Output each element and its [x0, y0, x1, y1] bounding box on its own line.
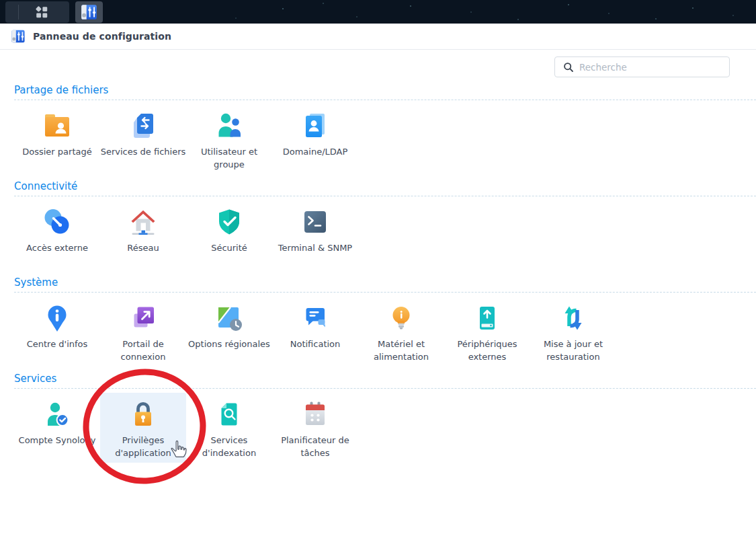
app-item-securite[interactable]: Sécurité [186, 200, 272, 258]
indexing-services-icon [213, 398, 245, 430]
main-menu-icon [34, 5, 49, 20]
item-label: Services d'indexation [186, 434, 272, 459]
taskbar [0, 0, 756, 24]
item-label: Centre d'infos [14, 338, 100, 350]
app-item-options-regionales[interactable]: Options régionales [186, 297, 272, 367]
app-item-planificateur-de-taches[interactable]: Planificateur de tâches [272, 393, 358, 463]
domain-ldap-icon [299, 110, 331, 142]
control-panel-icon [11, 29, 26, 44]
app-item-domaine-ldap[interactable]: Domaine/LDAP [272, 104, 358, 174]
item-label: Terminal & SNMP [272, 241, 358, 254]
section-connectivite: Connectivité Accès externe Réseau Sécuri… [0, 180, 756, 258]
app-item-acces-externe[interactable]: Accès externe [14, 200, 100, 258]
section-divider [14, 100, 756, 100]
control-panel-icon [80, 3, 98, 21]
item-label: Matériel et alimentation [358, 338, 444, 363]
network-icon [127, 206, 159, 238]
app-item-centre-d-infos[interactable]: Centre d'infos [14, 297, 100, 367]
section-services: Services Compte Synology Privilèges d'ap… [0, 373, 756, 463]
app-item-privileges-d-application[interactable]: Privilèges d'application [100, 393, 186, 463]
section-systeme: Système Centre d'infos Portail de connex… [0, 276, 756, 367]
item-label: Réseau [100, 241, 186, 254]
section-title: Services [14, 373, 756, 385]
section-partage-de-fichiers: Partage de fichiers Dossier partagé Serv… [0, 84, 756, 174]
item-label: Notification [272, 338, 358, 350]
info-center-icon [41, 302, 73, 334]
item-label: Services de fichiers [100, 145, 186, 158]
app-item-compte-synology[interactable]: Compte Synology [14, 393, 100, 463]
item-label: Périphériques externes [444, 338, 530, 363]
item-label: Sécurité [186, 241, 272, 254]
app-item-portail-de-connexion[interactable]: Portail de connexion [100, 297, 186, 367]
regional-options-icon [213, 302, 245, 334]
app-privileges-icon [127, 398, 159, 430]
notification-icon [299, 302, 331, 334]
update-restore-icon [557, 302, 589, 334]
login-portal-icon [127, 302, 159, 334]
item-label: Privilèges d'application [100, 434, 186, 459]
item-label: Accès externe [14, 241, 100, 254]
user-group-icon [213, 110, 245, 142]
section-title: Connectivité [14, 180, 756, 193]
app-item-services-de-fichiers[interactable]: Services de fichiers [100, 104, 186, 174]
task-scheduler-icon [299, 398, 331, 430]
window-header: Panneau de configuration [0, 24, 756, 50]
app-item-terminal-snmp[interactable]: Terminal & SNMP [272, 200, 358, 258]
items-row: Compte Synology Privilèges d'application… [14, 393, 756, 463]
item-label: Domaine/LDAP [272, 145, 358, 158]
app-item-materiel-et-alimentation[interactable]: Matériel et alimentation [358, 297, 444, 367]
items-row: Dossier partagé Services de fichiers Uti… [14, 104, 756, 174]
app-item-dossier-partage[interactable]: Dossier partagé [14, 104, 100, 174]
hardware-power-icon [385, 302, 417, 334]
items-row: Centre d'infos Portail de connexion Opti… [14, 297, 756, 367]
app-item-services-d-indexation[interactable]: Services d'indexation [186, 393, 272, 463]
taskbar-separator [18, 5, 19, 20]
app-item-utilisateur-et-groupe[interactable]: Utilisateur et groupe [186, 104, 272, 174]
items-row: Accès externe Réseau Sécurité Terminal &… [14, 200, 756, 258]
item-label: Options régionales [186, 338, 272, 350]
search-icon [563, 62, 574, 73]
shared-folder-icon [41, 110, 73, 142]
section-divider [14, 292, 756, 293]
app-item-notification[interactable]: Notification [272, 297, 358, 367]
external-devices-icon [471, 302, 503, 334]
external-access-icon [41, 206, 73, 238]
section-title: Partage de fichiers [14, 84, 756, 97]
starfield-decoration [0, 0, 756, 24]
item-label: Portail de connexion [100, 338, 186, 363]
synology-account-icon [41, 398, 73, 430]
security-icon [213, 206, 245, 238]
item-label: Compte Synology [14, 434, 100, 447]
terminal-snmp-icon [299, 206, 331, 238]
app-item-reseau[interactable]: Réseau [100, 200, 186, 258]
item-label: Dossier partagé [14, 145, 100, 158]
search-box[interactable] [554, 56, 730, 77]
search-input[interactable] [579, 62, 724, 73]
app-item-mise-a-jour-et-restauration[interactable]: Mise à jour et restauration [530, 297, 616, 367]
control-panel-taskbar-button[interactable] [75, 1, 103, 23]
main-menu-button[interactable] [5, 1, 69, 23]
window-title: Panneau de configuration [33, 31, 171, 42]
file-services-icon [127, 110, 159, 142]
app-item-peripheriques-externes[interactable]: Périphériques externes [444, 297, 530, 367]
section-divider [14, 196, 756, 196]
item-label: Mise à jour et restauration [530, 338, 616, 363]
section-divider [14, 388, 756, 389]
section-title: Système [14, 276, 756, 289]
item-label: Planificateur de tâches [272, 434, 358, 459]
item-label: Utilisateur et groupe [186, 145, 272, 171]
